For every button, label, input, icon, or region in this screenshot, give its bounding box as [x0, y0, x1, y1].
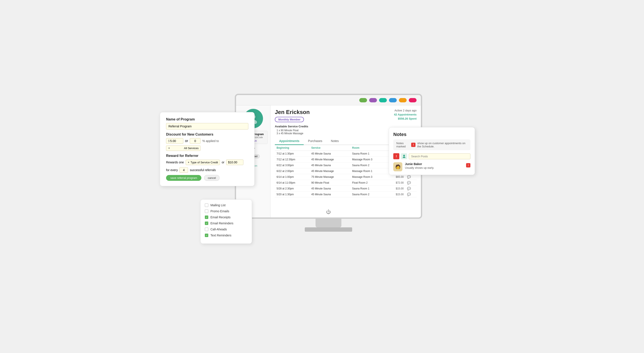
table-row[interactable]: 5/28 at 2:30pm 45 Minute Sauna Sauna Roo…	[275, 186, 416, 192]
appt-room: Float Room 2	[350, 180, 388, 186]
chat-icon: 💬	[407, 175, 411, 179]
toolbar-dot-purple	[369, 98, 377, 102]
appt-paid: $15.00	[388, 192, 405, 197]
appt-note-icon[interactable]: 💬	[405, 186, 416, 192]
alert-icon: !	[411, 143, 416, 147]
all-services-dropdown[interactable]: ▼ All Services	[166, 145, 200, 151]
referral-count-input[interactable]	[180, 167, 188, 173]
discount-amount-input[interactable]: $ 5.00	[166, 138, 183, 144]
check-label: Mailing List	[210, 203, 226, 207]
power-button[interactable]: ⏻	[326, 209, 331, 215]
appt-room: Massage Room 3	[350, 157, 388, 163]
chat-icon: 💬	[407, 181, 411, 184]
or-label: or	[185, 139, 188, 143]
col-room: Room	[350, 145, 388, 151]
checkbox[interactable]	[205, 222, 208, 225]
save-referral-button[interactable]: save referral program	[166, 175, 202, 181]
appt-room: Massage Room 1	[350, 168, 388, 174]
profile-stats: Active 2 days ago 42 Appointments $556.2…	[394, 109, 416, 120]
col-service: Service	[310, 145, 350, 151]
appt-paid: $72.00	[388, 180, 405, 186]
toolbar-dot-orange	[399, 98, 407, 102]
appt-date: 5/28 at 2:30pm	[275, 186, 310, 192]
program-name-input[interactable]	[166, 123, 248, 130]
alert-filter-button[interactable]: !	[393, 153, 399, 159]
appt-date: 6/22 at 2:00pm	[275, 168, 310, 174]
tab-notes[interactable]: Notes	[326, 138, 343, 145]
toolbar-dot-teal	[379, 98, 387, 102]
checkbox[interactable]	[205, 228, 208, 231]
reward-amount-input[interactable]: $10.00	[226, 159, 244, 165]
svg-point-3	[403, 157, 405, 158]
appt-date: 6/22 at 3:00pm	[275, 163, 310, 168]
toolbar-dot-blue	[389, 98, 397, 102]
appt-service: 45 Minute Sauna	[310, 151, 350, 157]
type-of-credit-dropdown[interactable]: ▼ Type of Service Credit	[186, 160, 220, 165]
appointments-count: 42 Appointments	[394, 113, 416, 116]
appt-service: 45 Minute Sauna	[310, 163, 350, 168]
table-row[interactable]: 5/20 at 1:30pm 45 Minute Sauna Sauna Roo…	[275, 192, 416, 197]
rewards-one-label: Rewards one	[166, 161, 184, 164]
toolbar-dot-green	[359, 98, 367, 102]
appt-note-icon[interactable]: 💬	[405, 180, 416, 186]
reward-title: Reward for Referrer	[166, 154, 248, 158]
note-content: Junie Baker Usually shows up early.	[405, 162, 464, 169]
tab-appointments[interactable]: Appointments	[275, 138, 304, 145]
note-author: Junie Baker	[405, 162, 464, 166]
discount-percent-input[interactable]	[190, 138, 200, 144]
check-item[interactable]: Promo Emails	[205, 209, 248, 213]
chat-icon: 💬	[407, 187, 411, 190]
check-label: Text Reminders	[210, 234, 231, 237]
col-beginning: Beginning	[275, 145, 310, 151]
checklist-card: Mailing ListPromo EmailsEmail ReceiptsEm…	[200, 199, 252, 244]
table-row[interactable]: 6/14 at 11:00pm 90 Minute Float Float Ro…	[275, 180, 416, 186]
profile-name: Jen Erickson	[275, 109, 310, 116]
search-posts-input[interactable]	[409, 153, 470, 159]
checkbox[interactable]	[205, 215, 208, 219]
cancel-button[interactable]: cancel	[204, 175, 220, 181]
check-label: Email Receipts	[210, 215, 230, 219]
tab-purchases[interactable]: Purchases	[304, 138, 326, 145]
check-item[interactable]: Call-Aheads	[205, 228, 248, 231]
check-label: Promo Emails	[210, 209, 229, 213]
appt-date: 7/12 at 12:30pm	[275, 157, 310, 163]
referral-program-card: Name of Program Discount for New Custome…	[160, 112, 254, 186]
appt-date: 7/12 at 1:30pm	[275, 151, 310, 157]
check-item[interactable]: Text Reminders	[205, 234, 248, 237]
appt-service: 45 Minute Sauna	[310, 186, 350, 192]
appt-note-icon[interactable]: 💬	[405, 192, 416, 197]
check-label: Call-Aheads	[210, 228, 227, 231]
appt-service: 45 Minute Sauna	[310, 192, 350, 197]
checkbox[interactable]	[205, 234, 208, 237]
appt-room: Sauna Room 2	[350, 192, 388, 197]
appt-room: Sauna Room 1	[350, 151, 388, 157]
notes-toolbar: !	[393, 153, 470, 159]
appt-service: 45 Minute Massage	[310, 168, 350, 174]
amount-spent: $556.26 Spent	[394, 117, 416, 120]
monthly-member-badge: Monthly Member	[275, 117, 304, 122]
discount-title: Discount for New Customers	[166, 133, 248, 136]
appt-paid: $15.00	[388, 186, 405, 192]
appt-date: 6/14 at 11:00pm	[275, 180, 310, 186]
monitor-stand-top	[316, 219, 342, 227]
checkbox[interactable]	[205, 203, 208, 207]
note-avatar: 🧑	[393, 162, 402, 171]
monitor-toolbar	[236, 95, 421, 105]
activity-status: Active 2 days ago	[394, 109, 416, 112]
note-entry: 🧑 Junie Baker Usually shows up early. !	[393, 162, 470, 171]
program-name-label: Name of Program	[166, 117, 248, 121]
toolbar-dot-pink	[409, 98, 416, 102]
person-filter-button[interactable]	[401, 153, 407, 159]
checkbox[interactable]	[205, 209, 208, 213]
svg-point-2	[403, 155, 405, 156]
profile-header: Jen Erickson Monthly Member Active 2 day…	[275, 109, 416, 122]
check-item[interactable]: Email Reminders	[205, 222, 248, 225]
appt-date: 6/14 at 1:00pm	[275, 174, 310, 180]
check-item[interactable]: Mailing List	[205, 203, 248, 207]
appt-room: Massage Room 3	[350, 174, 388, 180]
check-item[interactable]: Email Receipts	[205, 215, 248, 219]
notes-hint: Notes marked ! show up on customer appoi…	[393, 139, 470, 150]
monitor-stand-bottom	[305, 227, 352, 232]
appt-room: Sauna Room 1	[350, 186, 388, 192]
notes-title: Notes	[393, 132, 470, 137]
